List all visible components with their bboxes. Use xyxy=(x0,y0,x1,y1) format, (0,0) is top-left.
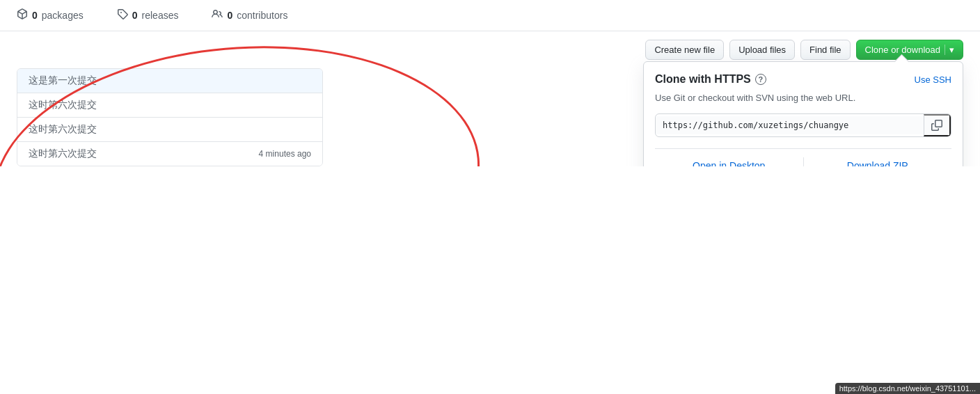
clone-url-row xyxy=(655,113,951,137)
clone-button-label: Clone or download xyxy=(865,45,940,55)
packages-stat[interactable]: 0 packages xyxy=(17,8,84,22)
file-name: 这时第六次提交 xyxy=(29,99,311,111)
clone-caret: ▾ xyxy=(945,45,954,55)
download-zip-link[interactable]: Download ZIP xyxy=(804,157,952,167)
clone-url-input[interactable] xyxy=(656,116,924,134)
copy-url-button[interactable] xyxy=(924,114,951,136)
clone-title-text: Clone with HTTPS xyxy=(655,73,751,86)
file-list: 这是第一次提交 这时第六次提交 这时第六次提交 这时第六次提交 4 minute… xyxy=(17,68,323,166)
packages-count: 0 xyxy=(32,10,38,21)
file-row[interactable]: 这时第六次提交 xyxy=(17,118,322,142)
clipboard-icon xyxy=(931,120,942,131)
file-row[interactable]: 这时第六次提交 4 minutes ago xyxy=(17,142,322,166)
file-name: 这是第一次提交 xyxy=(29,74,311,87)
package-icon xyxy=(17,8,28,22)
file-row[interactable]: 这时第六次提交 xyxy=(17,93,322,118)
help-icon[interactable]: ? xyxy=(755,74,766,85)
contributors-label: contributors xyxy=(237,10,287,21)
file-name: 这时第六次提交 xyxy=(29,123,311,136)
releases-label: releases xyxy=(142,10,179,21)
contributors-count: 0 xyxy=(227,10,232,21)
releases-count: 0 xyxy=(132,10,138,21)
upload-files-button[interactable]: Upload files xyxy=(729,40,795,60)
tag-icon xyxy=(117,8,128,22)
clone-header: Clone with HTTPS ? Use SSH xyxy=(655,73,951,86)
clone-footer: Open in Desktop Download ZIP xyxy=(655,148,951,167)
contributors-stat[interactable]: 0 contributors xyxy=(212,8,287,22)
people-icon xyxy=(212,8,223,22)
open-in-desktop-link[interactable]: Open in Desktop xyxy=(655,157,803,167)
find-file-button[interactable]: Find file xyxy=(800,40,851,60)
create-new-file-button[interactable]: Create new file xyxy=(645,40,724,60)
releases-stat[interactable]: 0 releases xyxy=(117,8,179,22)
packages-label: packages xyxy=(42,10,84,21)
clone-dropdown: Clone with HTTPS ? Use SSH Use Git or ch… xyxy=(643,61,963,166)
file-name: 这时第六次提交 xyxy=(29,148,251,160)
content-area: 这是第一次提交 这时第六次提交 这时第六次提交 这时第六次提交 4 minute… xyxy=(0,68,980,166)
clone-or-download-button[interactable]: Clone or download ▾ xyxy=(856,40,963,60)
use-ssh-link[interactable]: Use SSH xyxy=(915,74,951,85)
clone-description: Use Git or checkout with SVN using the w… xyxy=(655,91,951,105)
clone-title: Clone with HTTPS ? xyxy=(655,73,766,86)
file-row[interactable]: 这是第一次提交 xyxy=(17,69,322,93)
stats-bar: 0 packages 0 releases 0 contributors xyxy=(0,0,980,31)
file-time: 4 minutes ago xyxy=(259,149,311,159)
toolbar-row: Create new file Upload files Find file C… xyxy=(0,31,980,60)
